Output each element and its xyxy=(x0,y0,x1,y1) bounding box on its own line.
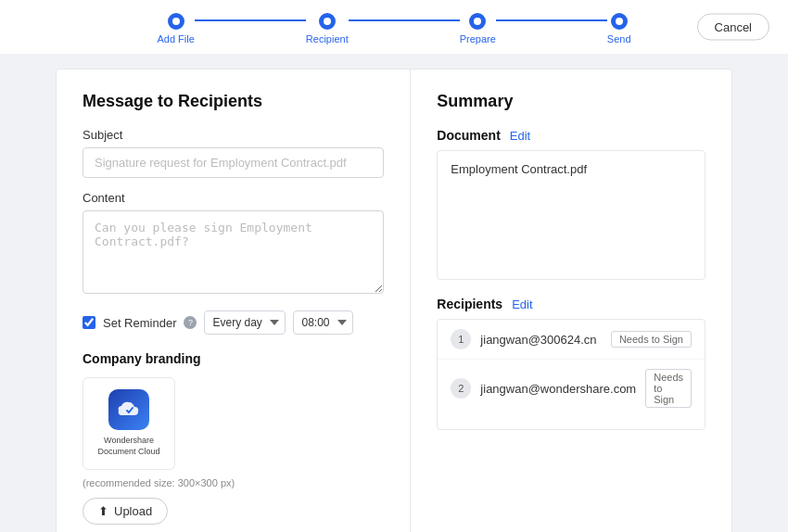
help-icon[interactable]: ? xyxy=(184,316,197,329)
stepper-bar: Add File Recipient Prepare Send Cancel xyxy=(0,0,788,54)
upload-icon: ⬆ xyxy=(98,504,108,518)
brand-logo-text: Wondershare Document Cloud xyxy=(97,436,159,457)
document-section-label: Document xyxy=(437,128,500,143)
recipient-num-1: 1 xyxy=(451,329,471,349)
step-line-3 xyxy=(496,19,607,21)
needs-sign-badge-2: Needs to Sign xyxy=(645,369,692,408)
subject-label: Subject xyxy=(83,128,384,142)
reminder-frequency-select[interactable]: Every day xyxy=(204,310,286,335)
step-circle-2 xyxy=(319,13,336,30)
step-line-1 xyxy=(195,19,306,21)
step-label-4: Send xyxy=(607,33,631,44)
branding-title: Company branding xyxy=(83,351,384,366)
brand-logo-box: Wondershare Document Cloud xyxy=(83,377,175,470)
document-edit-link[interactable]: Edit xyxy=(510,129,530,143)
table-row: 1 jiangwan@300624.cn Needs to Sign xyxy=(438,320,705,360)
recipient-num-2: 2 xyxy=(451,378,471,399)
content-label: Content xyxy=(83,191,384,205)
brand-logo-icon xyxy=(108,389,149,430)
content-textarea[interactable] xyxy=(83,210,384,294)
message-panel: Message to Recipients Subject Content Se… xyxy=(57,70,411,532)
step-line-2 xyxy=(349,19,460,21)
needs-sign-badge-1: Needs to Sign xyxy=(611,331,692,348)
step-prepare: Prepare xyxy=(460,13,496,44)
step-send: Send xyxy=(607,13,631,44)
step-label-1: Add File xyxy=(157,33,194,44)
upload-label: Upload xyxy=(114,504,152,518)
main-panel: Message to Recipients Subject Content Se… xyxy=(56,69,732,532)
reminder-row: Set Reminder ? Every day 08:00 xyxy=(83,310,384,335)
step-recipient: Recipient xyxy=(306,13,349,44)
document-name: Employment Contract.pdf xyxy=(451,162,587,176)
brand-cloud-icon xyxy=(114,395,144,424)
summary-title: Summary xyxy=(437,92,705,111)
reminder-label: Set Reminder xyxy=(103,316,176,330)
step-circle-1 xyxy=(168,13,184,30)
upload-button[interactable]: ⬆ Upload xyxy=(83,498,168,525)
recipients-edit-link[interactable]: Edit xyxy=(512,298,532,311)
cancel-button[interactable]: Cancel xyxy=(697,14,769,41)
document-section-header: Document Edit xyxy=(437,128,705,143)
recipient-email-1: jiangwan@300624.cn xyxy=(480,333,602,347)
brand-size-hint: (recommended size: 300×300 px) xyxy=(83,477,384,488)
stepper-steps: Add File Recipient Prepare Send xyxy=(157,13,630,44)
recipient-email-2: jiangwan@wondershare.com xyxy=(480,382,636,396)
table-row: 2 jiangwan@wondershare.com Needs to Sign xyxy=(438,360,705,417)
recipients-section-label: Recipients xyxy=(437,297,502,311)
step-circle-3 xyxy=(469,13,486,30)
subject-input[interactable] xyxy=(83,147,384,178)
step-circle-4 xyxy=(611,13,628,30)
step-label-3: Prepare xyxy=(460,33,496,44)
step-label-2: Recipient xyxy=(306,33,349,44)
message-title: Message to Recipients xyxy=(83,92,384,111)
document-box: Employment Contract.pdf xyxy=(437,150,705,280)
step-add-file: Add File xyxy=(157,13,194,44)
recipients-box: 1 jiangwan@300624.cn Needs to Sign 2 jia… xyxy=(437,319,705,430)
summary-panel: Summary Document Edit Employment Contrac… xyxy=(411,70,731,532)
reminder-checkbox[interactable] xyxy=(83,316,95,329)
reminder-time-select[interactable]: 08:00 xyxy=(293,310,353,335)
recipients-section-header: Recipients Edit xyxy=(437,297,705,311)
